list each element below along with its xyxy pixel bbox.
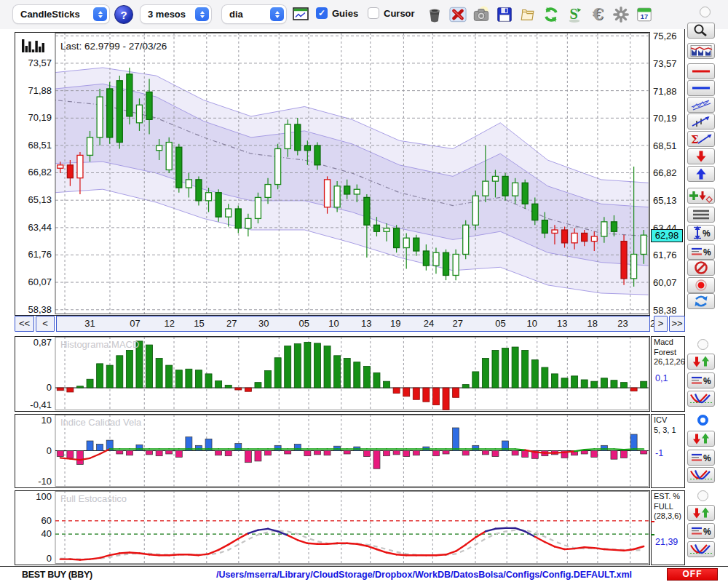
price-tick-label: 70,19 <box>653 113 684 124</box>
help-button[interactable]: ? <box>114 5 133 24</box>
open-button[interactable] <box>519 6 537 23</box>
delete-button[interactable] <box>449 6 467 23</box>
curves-icon <box>688 468 714 482</box>
macd-panel[interactable]: Histograma MACD 0,870-0,41 <box>15 336 650 412</box>
red-line-tool-button[interactable] <box>687 63 715 79</box>
snapshot-button[interactable] <box>472 6 490 23</box>
euro-button[interactable]: €€ <box>589 6 606 23</box>
trendline-icon <box>688 114 714 129</box>
date-tick-label: 27 <box>448 318 468 329</box>
date-tick-label: 07 <box>124 318 145 329</box>
refresh-button[interactable] <box>542 6 560 23</box>
calendar-button[interactable]: 17 <box>636 6 653 23</box>
hlines-icon <box>688 207 714 222</box>
sync-tool-button[interactable] <box>687 293 715 309</box>
zoom-tool-button[interactable] <box>687 23 715 39</box>
blue-line-tool-button[interactable] <box>687 80 715 96</box>
scroll-last-button[interactable]: >> <box>669 316 685 332</box>
sync-button[interactable]: S <box>566 6 583 23</box>
stochastic-panel[interactable]: Full Estocastico 10060400 <box>15 490 650 565</box>
indicator-tick-label: 0,87 <box>15 337 52 348</box>
settings-button[interactable] <box>612 6 630 23</box>
stoch-lines-percent-button[interactable]: % <box>687 523 715 539</box>
guies-checkbox[interactable]: ✓ Guies <box>316 7 358 19</box>
date-tick-label: 13 <box>552 318 572 329</box>
sell-marker-tool-button[interactable] <box>687 148 715 164</box>
price-tick-label: 73,57 <box>653 58 684 69</box>
date-tick-label: 10 <box>324 318 344 329</box>
svg-text:S: S <box>569 6 577 22</box>
stoch-panel-radio[interactable] <box>697 490 708 501</box>
sync-icon <box>688 294 714 308</box>
arrow-up-icon <box>688 167 714 181</box>
macd-lines-percent-button[interactable]: % <box>687 372 715 388</box>
lines-percent-icon: % <box>688 524 714 538</box>
toolbar: CandleSticks ? 3 mesos dia ✓ Guies Curso… <box>0 0 728 29</box>
select-stepper-icon <box>93 7 107 21</box>
disable-tool-button[interactable] <box>687 260 715 276</box>
chart-type-select[interactable]: CandleSticks <box>13 5 109 23</box>
scroll-next-button[interactable]: > <box>654 316 668 332</box>
current-price-tag: 62,98 <box>651 229 683 242</box>
stoch-updown-button[interactable] <box>687 505 715 521</box>
stoch-label-line: FULL <box>652 501 684 511</box>
macd-updown-button[interactable] <box>687 354 715 370</box>
trash-button[interactable] <box>426 6 443 23</box>
svg-text:%: % <box>703 527 711 537</box>
upper-threshold-mark <box>651 521 654 522</box>
period-select[interactable]: 3 mesos <box>141 5 211 23</box>
toolbar-actions: S€€17 <box>426 6 653 23</box>
scroll-first-button[interactable]: << <box>15 316 34 332</box>
updown-icon <box>688 354 714 369</box>
levels-tool-button[interactable] <box>687 207 715 223</box>
off-button[interactable]: OFF <box>667 568 718 581</box>
cursor-checkbox[interactable]: Cursor <box>368 7 415 19</box>
chart-window-icon[interactable] <box>293 7 309 20</box>
macd-curves-button[interactable] <box>687 391 715 407</box>
add-marker-tool-button[interactable] <box>687 188 715 204</box>
icv-updown-button[interactable] <box>687 431 715 447</box>
svg-text:17: 17 <box>641 13 648 20</box>
stoch-label-line: (28,3,6) <box>652 511 684 521</box>
main-chart-radio[interactable] <box>700 7 711 17</box>
price-tick-label: 58,38 <box>15 304 52 315</box>
macd-panel-radio[interactable] <box>697 339 708 350</box>
macd-watermark: Histograma MACD <box>60 339 139 350</box>
price-tick-label: 70,19 <box>15 112 52 123</box>
buy-marker-tool-button[interactable] <box>687 166 715 182</box>
main-price-chart[interactable]: Last: 62.9799 - 27/03/26 73,5771,8870,19… <box>15 32 650 316</box>
icv-lines-percent-button[interactable]: % <box>687 450 715 466</box>
svg-text:Σ: Σ <box>691 133 699 146</box>
svg-text:%: % <box>703 228 711 239</box>
svg-text:€: € <box>592 6 604 23</box>
date-tick-label: 13 <box>356 318 376 329</box>
hline-red-icon <box>688 64 714 79</box>
interval-select[interactable]: dia <box>222 5 286 23</box>
lines-percent-tool-button[interactable]: % <box>687 244 715 260</box>
date-tick-label: 15 <box>189 318 210 329</box>
gear-icon <box>612 6 630 23</box>
save-button[interactable] <box>496 6 513 23</box>
updown-icon <box>688 506 714 520</box>
price-tick-label: 68,51 <box>653 140 684 151</box>
scroll-prev-button[interactable]: < <box>36 316 55 332</box>
channel-tool-button[interactable] <box>687 97 715 113</box>
sigma-trend-tool-button[interactable]: Σ <box>687 131 715 147</box>
date-tick-label: 24 <box>419 318 439 329</box>
date-tick-label: 23 <box>612 318 633 329</box>
date-tick-label: 18 <box>582 318 603 329</box>
icv-panel-radio[interactable] <box>697 415 708 426</box>
icv-curves-button[interactable] <box>687 467 715 483</box>
delete-icon <box>449 6 467 23</box>
macd-current-value: 0,1 <box>655 373 668 383</box>
record-tool-button[interactable] <box>687 277 715 293</box>
volume-histogram-icon[interactable] <box>18 35 47 55</box>
trendline-tool-button[interactable] <box>687 113 715 129</box>
icv-panel[interactable]: Indice Calidad Vela 100-10 <box>15 414 650 488</box>
sync-s-icon: S <box>566 6 583 23</box>
range-percent-tool-button[interactable]: % <box>687 225 715 241</box>
status-bar: BEST BUY (BBY) /Users/mserra/Library/Clo… <box>0 566 728 582</box>
record-icon <box>688 278 714 292</box>
stoch-curves-button[interactable] <box>687 541 715 557</box>
indicator-panes-button[interactable] <box>687 43 715 59</box>
